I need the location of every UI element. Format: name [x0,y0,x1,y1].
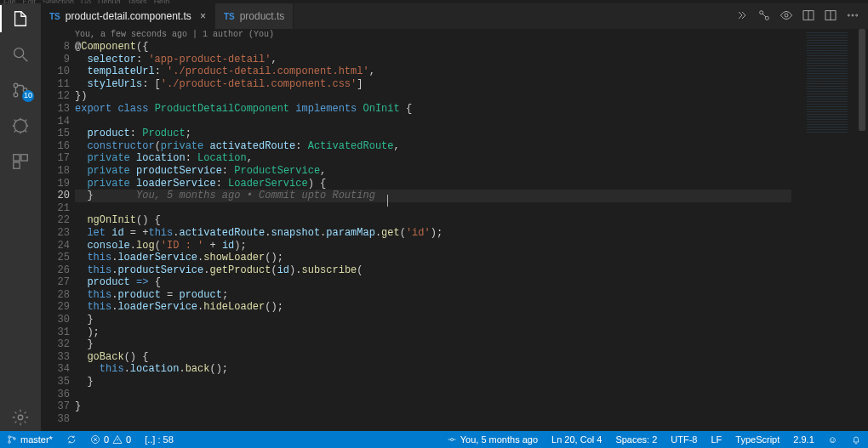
open-preview-icon[interactable] [779,9,793,25]
menu-bar[interactable]: File Edit Selection Go Debug Tasks Help [0,0,868,3]
more-actions-icon[interactable] [846,9,859,25]
line-number: 18 [41,165,70,178]
code-line[interactable]: product => { [75,276,791,289]
status-blame[interactable]: You, 5 months ago [440,434,545,445]
line-number: 9 [41,54,70,66]
menu-selection[interactable]: Selection [43,0,74,3]
gitlens-icon[interactable] [735,9,749,25]
code-line[interactable] [75,413,791,426]
menu-file[interactable]: File [3,0,16,3]
code-line[interactable]: selector: 'app-product-detail', [75,54,791,66]
menu-help[interactable]: Help [154,0,170,3]
status-ts-version[interactable]: 2.9.1 [786,434,820,445]
code-line[interactable] [75,388,791,401]
status-feedback[interactable]: ☺ [821,434,844,445]
status-extra[interactable]: [..] : 58 [138,431,180,448]
error-icon [90,434,100,445]
code-line[interactable]: constructor(private activatedRoute: Acti… [75,140,791,153]
code-line[interactable]: this.loaderService.hideLoader(); [75,301,791,314]
menu-go[interactable]: Go [81,0,91,3]
code-line[interactable]: } [75,376,791,388]
line-number: 16 [41,140,70,153]
code-line[interactable]: }) [75,90,791,103]
code-line[interactable]: let id = +this.activatedRoute.snapshot.p… [75,227,791,240]
code-line[interactable]: product: Product; [75,128,791,140]
svg-point-1 [14,83,18,88]
svg-rect-5 [14,155,20,161]
status-notifications[interactable] [844,434,868,445]
code-line[interactable]: this.productService.getProduct(id).subsc… [75,264,791,277]
source-control-icon[interactable]: 10 [10,80,31,100]
code-line[interactable]: this.product = product; [75,289,791,302]
code-line[interactable]: } [75,338,791,351]
line-number: 31 [41,326,70,339]
code-line[interactable]: this.location.back(); [75,363,791,376]
line-number: 20 [41,190,70,202]
status-encoding[interactable]: UTF-8 [664,434,704,445]
tab-product-detail-component[interactable]: TS product-detail.component.ts × [41,3,215,29]
scrollbar-vertical[interactable] [856,29,868,431]
svg-rect-7 [14,162,20,168]
status-problems[interactable]: 0 0 [83,431,138,448]
status-sync[interactable] [60,431,83,448]
svg-point-11 [785,14,788,17]
code-editor[interactable]: You, a few seconds ago | 1 author (You) … [41,29,868,431]
search-icon[interactable] [10,44,31,65]
settings-gear-icon[interactable] [10,411,31,431]
code-line[interactable]: private productService: ProductService, [75,165,791,178]
code-line[interactable]: ngOnInit() { [75,214,791,227]
status-indent[interactable]: Spaces: 2 [608,434,664,445]
svg-point-15 [852,14,854,16]
menu-debug[interactable]: Debug [98,0,121,3]
code-line[interactable]: private loaderService: LoaderService) { [75,178,791,190]
status-branch[interactable]: master* [0,431,60,448]
code-line[interactable]: console.log('ID : ' + id); [75,240,791,252]
menu-tasks[interactable]: Tasks [128,0,147,3]
split-editor-icon[interactable] [824,9,837,25]
code-line[interactable]: } You, 5 months ago • Commit upto Routin… [75,190,791,202]
code-line[interactable]: export class ProductDetailComponent impl… [75,103,791,116]
code-line[interactable]: @Component({ [75,41,791,54]
line-number: 11 [41,78,70,91]
code-line[interactable]: ); [75,326,791,339]
line-number: 24 [41,240,70,252]
code-area[interactable]: @Component({ selector: 'app-product-deta… [75,41,791,425]
line-gutter: 8910111213141516171819202122232425262728… [41,41,75,425]
compare-changes-icon[interactable] [757,9,771,25]
text-cursor [387,195,388,207]
code-line[interactable]: templateUrl: './product-detail.component… [75,65,791,78]
line-number: 8 [41,41,70,54]
code-line[interactable]: } [75,400,791,413]
activity-bar: 10 [0,3,41,431]
menu-edit[interactable]: Edit [23,0,37,3]
code-line[interactable]: this.loaderService.showLoader(); [75,252,791,264]
line-number: 35 [41,376,70,388]
open-changes-icon[interactable] [802,9,815,25]
code-line[interactable]: private location: Location, [75,152,791,165]
close-icon[interactable]: × [200,10,206,22]
line-number: 28 [41,289,70,302]
status-ln-col[interactable]: Ln 20, Col 4 [545,434,608,445]
line-number: 27 [41,276,70,289]
editor-actions [727,3,868,29]
extensions-icon[interactable] [10,151,31,172]
code-line[interactable]: goBack() { [75,351,791,364]
explorer-icon[interactable] [10,9,31,29]
code-line[interactable] [75,116,791,128]
code-line[interactable] [75,202,791,215]
code-line[interactable]: } [75,314,791,326]
tab-product[interactable]: TS product.ts [215,3,294,29]
line-number: 15 [41,128,70,140]
line-number: 19 [41,178,70,190]
code-line[interactable]: styleUrls: ['./product-detail.component.… [75,78,791,91]
line-number: 17 [41,152,70,165]
debug-icon[interactable] [10,116,31,136]
line-number: 13 [41,103,70,116]
svg-point-16 [856,14,858,16]
status-eol[interactable]: LF [704,434,728,445]
status-language[interactable]: TypeScript [728,434,786,445]
minimap[interactable] [802,29,853,431]
commit-icon [447,434,457,445]
line-number: 25 [41,252,70,264]
line-number: 34 [41,363,70,376]
